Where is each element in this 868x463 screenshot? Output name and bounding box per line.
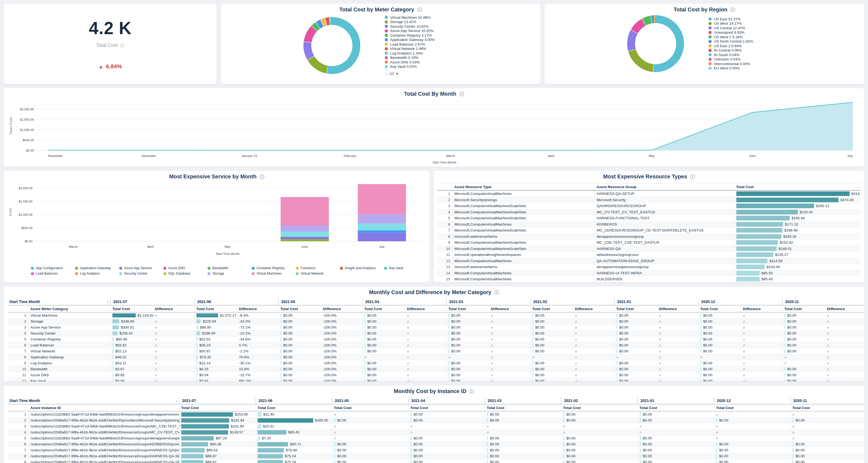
column-header-total-cost[interactable]: Total Cost — [408, 404, 485, 411]
info-icon[interactable]: ⓘ — [417, 7, 422, 12]
month-header[interactable]: 2021-07 — [179, 397, 256, 404]
column-header-total-cost[interactable]: Total Cost — [790, 404, 864, 411]
month-header[interactable]: 2021-04 — [408, 397, 485, 404]
legend-item[interactable]: Load Balancer — [31, 271, 75, 276]
month-header[interactable]: 2021-01 — [614, 298, 699, 305]
column-header-total-cost[interactable]: Total Cost — [699, 305, 741, 312]
month-header[interactable]: 2020-12 — [714, 397, 790, 404]
column-header-difference[interactable]: Difference — [657, 305, 699, 312]
legend-item[interactable]: Functions — [296, 266, 340, 270]
legend-item[interactable]: Unassigned 8.93% — [708, 30, 782, 35]
column-header-total-cost[interactable]: Total Cost — [446, 305, 489, 312]
legend-item[interactable]: Bandwidth 0.19% — [385, 56, 458, 60]
column-header-total-cost[interactable]: Total Cost — [179, 404, 256, 411]
legend-item[interactable]: US West 2 5.18% — [708, 35, 782, 39]
column-header-total-cost[interactable]: Total Cost — [485, 404, 561, 411]
legend-item[interactable]: Azure App Service 10.00% — [385, 29, 458, 33]
legend-item[interactable]: EU West 0.00% — [708, 66, 782, 71]
scroll-months-left-icon[interactable]: ‹ — [107, 299, 108, 304]
info-icon[interactable]: ⓘ — [690, 174, 695, 179]
column-header-meter-category[interactable]: Azure Meter Category — [29, 305, 111, 312]
legend-item[interactable]: US Central 12.47% — [708, 26, 782, 30]
info-icon[interactable]: ⓘ — [494, 290, 499, 295]
column-header-total-cost[interactable]: Total Cost — [332, 404, 408, 411]
legend-item[interactable]: Log Analytics 1.34% — [385, 51, 458, 56]
sort-icon[interactable]: ⌄ — [133, 307, 135, 311]
month-header[interactable]: 2021-03 — [485, 397, 561, 404]
column-header-total-cost[interactable]: Total Cost — [782, 305, 825, 312]
info-icon[interactable]: ⓘ — [731, 7, 735, 12]
column-header-difference[interactable]: Difference — [321, 305, 363, 312]
legend-item[interactable]: Insight and Analytics — [340, 266, 384, 270]
legend-item[interactable]: Application Gateway — [75, 266, 119, 270]
legend-item[interactable]: SQL Database — [163, 271, 208, 276]
month-header[interactable]: 2021-03 — [446, 298, 530, 305]
legend-item[interactable]: Azure DNS 0.03% — [385, 60, 458, 64]
service-by-month-bar-chart[interactable]: $0.00$500.00$1,000.00$1,500.00$2,000.00M… — [8, 180, 426, 256]
sort-icon[interactable]: ⌄ — [857, 185, 860, 189]
column-header-difference[interactable]: Difference — [825, 305, 864, 312]
column-header-total-cost[interactable]: Total Cost — [614, 305, 657, 312]
legend-item[interactable]: Log Analytics — [75, 271, 119, 276]
column-header-total-cost[interactable]: Total Cost — [363, 305, 405, 312]
column-header-total-cost[interactable]: Total Cost — [279, 305, 321, 312]
column-header-total-cost[interactable]: Total Cost — [530, 305, 573, 312]
column-header-difference[interactable]: Difference — [489, 305, 530, 312]
legend-item[interactable]: Virtual Machines — [252, 271, 296, 276]
legend-item[interactable]: Virtual Network — [296, 271, 340, 276]
legend-item[interactable]: Bandwidth — [208, 266, 252, 270]
legend-item[interactable]: Azure App Service — [119, 266, 163, 270]
meter-category-donut[interactable] — [303, 17, 360, 74]
legend-item[interactable]: Container Registry — [252, 266, 296, 270]
info-icon[interactable]: ⓘ — [460, 92, 464, 97]
legend-page-up-icon[interactable]: ▲ — [385, 72, 388, 76]
column-header-start-time-month[interactable]: Start Time Month‹ — [8, 397, 179, 404]
info-icon[interactable]: ⓘ — [469, 389, 474, 394]
month-header[interactable]: 2021-02 — [561, 397, 638, 404]
legend-item[interactable]: Key Vault 0.02% — [385, 64, 458, 69]
legend-item[interactable]: Container Registry 3.17% — [385, 33, 458, 38]
column-header-difference[interactable]: Difference — [405, 305, 446, 312]
column-header-difference[interactable]: Difference — [573, 305, 614, 312]
legend-item[interactable]: Virtual Machines 52.88% — [385, 15, 458, 20]
month-header[interactable]: 2021-01 — [638, 397, 714, 404]
column-header-total-cost[interactable]: Total Cost — [735, 183, 860, 191]
month-header[interactable]: 2020-12 — [699, 298, 782, 305]
legend-item[interactable]: Storage 13.42% — [385, 20, 458, 24]
column-header-total-cost[interactable]: Total Cost⌄ — [111, 305, 153, 312]
month-header[interactable]: 2021-06 — [194, 298, 279, 305]
column-header-resource-type[interactable]: Azure Resource Type — [453, 183, 595, 191]
cost-by-month-area-chart[interactable]: $0.00$500.00$1,000.00$1,500.00$2,000.00N… — [8, 97, 860, 165]
legend-item[interactable]: Security Center — [119, 271, 163, 276]
legend-item[interactable]: Intercontinental 0.00% — [708, 61, 782, 66]
legend-item[interactable]: US West 19.17% — [708, 22, 782, 26]
legend-item[interactable]: IN South 0.04% — [708, 53, 782, 57]
column-header-total-cost[interactable]: Total Cost — [561, 404, 638, 411]
legend-item[interactable]: Load Balancer 2.67% — [385, 42, 458, 47]
month-header[interactable]: 2020-11 — [782, 298, 864, 305]
scroll-months-left-icon[interactable]: ‹ — [176, 398, 178, 403]
legend-item[interactable]: US East 2 0.94% — [708, 44, 782, 48]
month-header[interactable]: 2021-02 — [530, 298, 614, 305]
legend-item[interactable]: App Configuration — [31, 266, 75, 270]
column-header-difference[interactable]: Difference — [741, 305, 782, 312]
legend-item[interactable]: Functions 0.00% — [385, 69, 458, 70]
month-header[interactable]: 2021-07 — [111, 298, 194, 305]
month-header[interactable]: 2021-05 — [279, 298, 363, 305]
legend-item[interactable]: Unknown 0.03% — [708, 57, 782, 62]
legend-item[interactable]: Application Gateway 3.00% — [385, 38, 458, 42]
column-header-resource-group[interactable]: Azure Resource Group — [595, 183, 735, 191]
column-header-total-cost[interactable]: Total Cost — [194, 305, 237, 312]
legend-page-down-icon[interactable]: ▼ — [396, 72, 399, 76]
legend-item[interactable]: IN Central 0.06% — [708, 48, 782, 53]
info-icon[interactable]: ⓘ — [120, 43, 125, 48]
legend-item[interactable]: Key Vault — [384, 266, 428, 270]
column-header-difference[interactable]: Difference — [237, 305, 279, 312]
month-header[interactable]: 2021-06 — [256, 397, 332, 404]
column-header-instance-id[interactable]: Azure Instance ID — [29, 404, 179, 411]
info-icon[interactable]: ⓘ — [259, 174, 264, 179]
column-header-total-cost[interactable]: Total Cost — [638, 404, 714, 411]
legend-item[interactable]: Storage — [208, 271, 252, 276]
month-header[interactable]: 2021-04 — [363, 298, 446, 305]
column-header-total-cost[interactable]: Total Cost — [714, 404, 790, 411]
